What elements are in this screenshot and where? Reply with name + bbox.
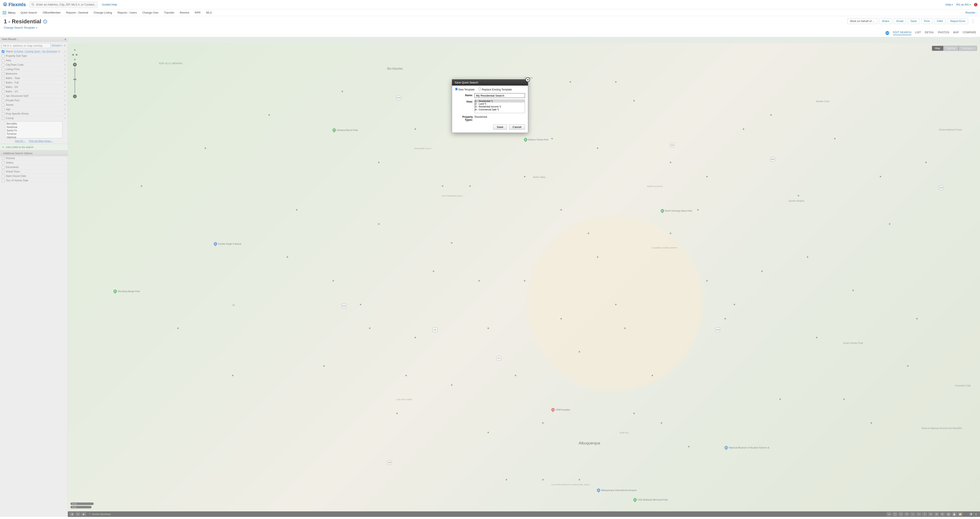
name-label: Name: [455,93,474,97]
email-button[interactable]: Email [894,18,906,24]
menu-item[interactable]: Change Listing [94,11,112,14]
brand-text: Flexmls [8,2,26,8]
global-search-input[interactable] [30,2,97,8]
save-quick-search-dialog: ✕ Save Quick Search New Template Replace… [452,79,528,133]
report-error-button[interactable]: Report Error [947,18,968,24]
reorder-link[interactable]: Reorder... [966,11,977,14]
menu-item[interactable]: Reports - General [66,11,88,14]
replace-template-radio[interactable]: Replace Existing Template [478,88,512,91]
view-option[interactable]: [1 - Residential *] [475,100,525,103]
menu-item[interactable]: Change User [142,11,159,14]
chevron-down-icon: ▾ [970,3,970,6]
svg-point-1 [32,3,33,5]
page-title: 1 - Residential i [4,18,47,25]
info-icon[interactable]: i [43,20,47,24]
share-button[interactable]: Share [879,18,892,24]
dialog-cancel-button[interactable]: Cancel [509,124,525,130]
more-actions-icon[interactable]: ⋮ [970,18,976,24]
save-button[interactable]: Save [908,18,920,24]
property-types-label: Property Types: [455,115,474,121]
change-search-template-link[interactable]: Change Search Template ▾ [4,26,37,29]
menu-item[interactable]: Reports - Users [118,11,137,14]
help-menu[interactable]: Help▾ [945,3,953,6]
view-option[interactable]: [2 - Land *] [475,103,525,105]
user-menu[interactable]: RG as RG▾ [956,3,970,6]
view-tab-edit-search[interactable]: EDIT SEARCH [893,31,911,35]
view-tab-list[interactable]: LIST [915,31,921,35]
menu-label: Menu [8,11,16,14]
svg-line-2 [33,5,34,5]
cma-button[interactable]: CMA [934,18,946,24]
dialog-close-button[interactable]: ✕ [525,77,530,82]
view-tab-detail[interactable]: DETAIL [925,31,934,35]
menu-item[interactable]: Remine [180,11,189,14]
gh-badge[interactable]: GH [885,31,889,35]
dialog-title: Save Quick Search [452,79,528,86]
global-search [30,2,97,8]
work-on-behalf-button[interactable]: Work on behalf of ... [847,18,877,24]
new-template-radio[interactable]: New Template [455,88,474,91]
view-select[interactable]: [1 - Residential *][2 - Land *][3 - Resi… [474,100,525,113]
menu-item[interactable]: RPR [195,11,200,14]
chevron-down-icon: ▾ [36,27,37,29]
view-option[interactable]: [4 - Commercial Sale *] [475,108,525,111]
print-button[interactable]: Print [921,18,932,24]
property-types-value: Residential [474,115,487,118]
menu-item[interactable]: Transfer [164,11,174,14]
brand-logo[interactable]: Flexmls [3,2,26,8]
view-option[interactable]: [3 - Residential Income *] [475,105,525,108]
menu-item[interactable]: MLS [206,11,212,14]
view-tab-map[interactable]: MAP [953,31,959,35]
template-name-input[interactable] [474,93,525,98]
search-icon [31,3,34,6]
main-menu-toggle[interactable]: Menu [3,11,16,14]
guided-help-link[interactable]: Guided Help [102,3,117,6]
view-tab-compare[interactable]: COMPARE [963,31,976,35]
menu-item[interactable]: Office/Member [43,11,60,14]
notification-badge[interactable]: 1 [974,3,977,6]
modal-overlay: ✕ Save Quick Search New Template Replace… [0,37,980,517]
view-tab-photos[interactable]: PHOTOS [938,31,949,35]
hamburger-icon [3,11,6,14]
chevron-down-icon: ▾ [952,3,953,6]
home-pin-icon [3,2,8,7]
menu-item[interactable]: Quick Search [21,11,37,14]
dialog-save-button[interactable]: Save [493,124,507,130]
view-label: View: [455,100,474,103]
